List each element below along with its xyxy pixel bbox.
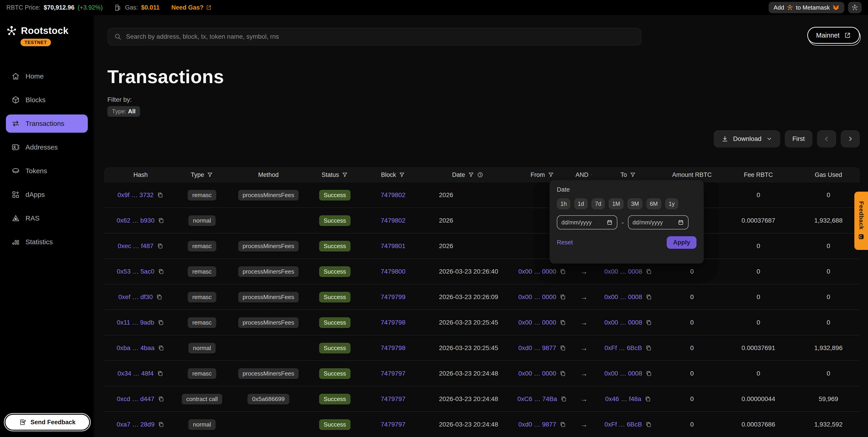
tx-hash-link[interactable]: 0xec … f487: [118, 242, 153, 250]
block-link[interactable]: 7479799: [380, 293, 405, 301]
tx-hash-link[interactable]: 0x9f … 3732: [118, 192, 154, 199]
chevron-left-icon: [823, 136, 830, 142]
filter-icon[interactable]: [630, 172, 636, 178]
block-link[interactable]: 7479801: [380, 242, 405, 250]
from-address-link[interactable]: 0x00 … 0000: [518, 268, 556, 275]
copy-icon[interactable]: [559, 268, 566, 275]
copy-icon[interactable]: [158, 421, 164, 428]
calendar-icon[interactable]: [607, 219, 613, 226]
sidebar-item-dapps[interactable]: dApps: [6, 185, 88, 204]
block-link[interactable]: 7479798: [380, 344, 405, 352]
copy-icon[interactable]: [559, 319, 566, 326]
from-address-link[interactable]: 0xd0 … 9877: [518, 344, 556, 352]
prev-page-button[interactable]: [817, 130, 836, 147]
copy-icon[interactable]: [645, 345, 652, 351]
date-range-chip-1d[interactable]: 1d: [574, 198, 588, 209]
sidebar-item-blocks[interactable]: Blocks: [6, 91, 88, 109]
from-address-link[interactable]: 0x00 … 0000: [518, 293, 556, 301]
filter-icon[interactable]: [342, 172, 348, 178]
copy-icon[interactable]: [157, 192, 163, 199]
date-to-input[interactable]: dd/mm/yyyy: [628, 215, 688, 229]
calendar-icon[interactable]: [678, 219, 684, 226]
block-link[interactable]: 7479798: [380, 319, 405, 326]
copy-icon[interactable]: [559, 294, 566, 300]
copy-icon[interactable]: [645, 294, 652, 300]
block-link[interactable]: 7479797: [380, 370, 405, 377]
download-button[interactable]: Download: [714, 130, 780, 147]
copy-icon[interactable]: [644, 396, 651, 402]
first-page-button[interactable]: First: [785, 130, 812, 147]
type-filter-chip[interactable]: Type: All: [107, 106, 140, 117]
date-range-chip-6M[interactable]: 6M: [646, 198, 661, 209]
sidebar-item-transactions[interactable]: Transactions: [6, 115, 88, 133]
block-link[interactable]: 7479797: [380, 421, 405, 428]
next-page-button[interactable]: [841, 130, 860, 147]
sidebar-item-tokens[interactable]: Tokens: [6, 162, 88, 180]
brand-logo[interactable]: Rootstock: [6, 25, 88, 36]
tx-hash-link[interactable]: 0xa7 … 28d9: [117, 421, 155, 428]
tx-hash-link[interactable]: 0x62 … b930: [117, 217, 155, 224]
feedback-tab[interactable]: Feedback: [854, 192, 868, 250]
tx-hash-link[interactable]: 0xcd … d447: [117, 395, 154, 403]
from-address-link[interactable]: 0x00 … 0000: [518, 370, 556, 377]
to-address-link[interactable]: 0x00 … 0008: [604, 319, 642, 326]
copy-icon[interactable]: [158, 345, 164, 351]
copy-icon[interactable]: [156, 294, 163, 300]
to-address-link[interactable]: 0xFf … 6BcB: [604, 421, 642, 428]
apply-button[interactable]: Apply: [667, 236, 696, 249]
tx-hash-link[interactable]: 0xef … df30: [119, 293, 153, 301]
tx-hash-link[interactable]: 0x11 … 9adb: [117, 319, 154, 326]
tx-hash-link[interactable]: 0xba … 4baa: [117, 344, 155, 352]
rootstock-square-button[interactable]: [848, 2, 862, 13]
date-range-chip-7d[interactable]: 7d: [591, 198, 605, 209]
block-link[interactable]: 7479797: [380, 395, 405, 403]
copy-icon[interactable]: [158, 268, 164, 275]
copy-icon[interactable]: [157, 319, 164, 326]
reset-button[interactable]: Reset: [557, 239, 573, 246]
copy-icon[interactable]: [158, 396, 164, 402]
copy-icon[interactable]: [158, 217, 164, 224]
date-range-chip-3M[interactable]: 3M: [627, 198, 643, 209]
mainnet-button[interactable]: Mainnet: [807, 27, 860, 44]
need-gas-link[interactable]: Need Gas?: [172, 4, 212, 11]
sidebar-item-ras[interactable]: RAS: [6, 209, 88, 227]
add-to-metamask-button[interactable]: Add to Metamask: [769, 2, 844, 13]
to-address-link[interactable]: 0x46 … f48a: [605, 395, 642, 403]
send-feedback-button[interactable]: Send Feedback: [5, 415, 89, 430]
copy-icon[interactable]: [157, 243, 163, 250]
filter-icon[interactable]: [207, 172, 213, 178]
date-range-chip-1M[interactable]: 1M: [609, 198, 624, 209]
clock-icon[interactable]: [477, 172, 483, 178]
to-address-link[interactable]: 0x00 … 0008: [604, 293, 642, 301]
date-range-chip-1h[interactable]: 1h: [557, 198, 570, 209]
from-address-link[interactable]: 0x00 … 0000: [518, 319, 556, 326]
search-input[interactable]: [126, 33, 634, 40]
filter-icon[interactable]: [399, 172, 405, 178]
copy-icon[interactable]: [559, 421, 566, 428]
copy-icon[interactable]: [559, 370, 566, 377]
tx-hash-link[interactable]: 0x34 … 48f4: [118, 370, 154, 377]
copy-icon[interactable]: [157, 370, 163, 377]
to-address-link[interactable]: 0x00 … 0008: [604, 268, 642, 275]
block-link[interactable]: 7479802: [380, 217, 405, 224]
filter-icon[interactable]: [468, 172, 474, 178]
copy-icon[interactable]: [645, 370, 652, 377]
to-address-link[interactable]: 0xFf … 6BcB: [604, 344, 642, 352]
copy-icon[interactable]: [645, 268, 652, 275]
date-from-input[interactable]: dd/mm/yyyy: [557, 215, 617, 229]
block-link[interactable]: 7479802: [380, 192, 405, 199]
from-address-link[interactable]: 0xC6 … 74Ba: [518, 395, 557, 403]
date-range-chip-1y[interactable]: 1y: [665, 198, 678, 209]
to-address-link[interactable]: 0x00 … 0008: [604, 370, 642, 377]
tx-hash-link[interactable]: 0x53 … 5ac0: [117, 268, 154, 275]
sidebar-item-statistics[interactable]: Statistics: [6, 233, 88, 251]
sidebar-item-home[interactable]: Home: [6, 67, 88, 85]
copy-icon[interactable]: [645, 319, 652, 326]
copy-icon[interactable]: [559, 345, 566, 351]
copy-icon[interactable]: [645, 421, 652, 428]
copy-icon[interactable]: [560, 396, 567, 402]
filter-icon[interactable]: [548, 172, 554, 178]
block-link[interactable]: 7479800: [380, 268, 405, 275]
from-address-link[interactable]: 0xd0 … 9877: [518, 421, 556, 428]
sidebar-item-addresses[interactable]: Addresses: [6, 138, 88, 156]
